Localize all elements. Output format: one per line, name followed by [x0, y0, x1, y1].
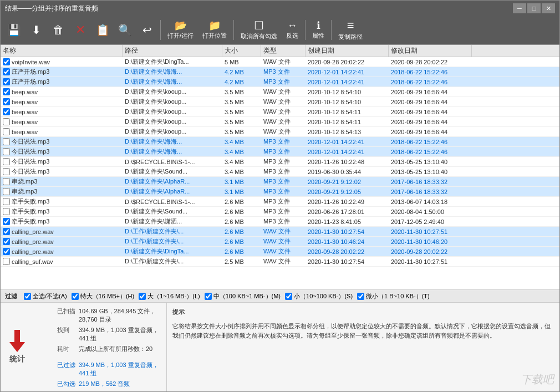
file-type-cell: MP3 文件 — [261, 77, 306, 86]
table-row[interactable]: beep.wavD:\新建文件夹\kooup...3.5 MBWAV 文件202… — [1, 97, 559, 107]
deselect-all-button[interactable]: ☐ 取消所有勾选 — [237, 18, 281, 42]
file-modified-cell: 2018-06-22 15:22:46 — [389, 77, 472, 86]
file-list-body[interactable]: voipInvite.wavD:\新建文件夹\DingTa...5 MBWAV … — [1, 57, 559, 289]
filter-medium-checkbox[interactable] — [205, 293, 212, 300]
file-created-cell: 2020-11-30 10:27:54 — [306, 227, 389, 236]
file-created-cell: 2020-09-28 20:02:22 — [306, 57, 389, 67]
deselect-all-icon: ☐ — [254, 20, 264, 31]
table-row[interactable]: beep.wavD:\新建文件夹\kooup...3.5 MBWAV 文件202… — [1, 117, 559, 127]
filter-huge[interactable]: 特大（16 MB+）(H) — [72, 292, 135, 301]
filter-all-checkbox[interactable] — [24, 293, 31, 300]
maximize-button[interactable]: □ — [527, 3, 541, 13]
search-button[interactable]: 🔍 — [115, 18, 135, 42]
file-row-checkbox[interactable] — [3, 238, 10, 245]
file-created-cell: 2020-12-01 14:22:41 — [306, 77, 389, 86]
header-modified: 修改日期 — [389, 45, 472, 57]
table-row[interactable]: calling_pre.wavD:\工作\新建文件夹\...2.6 MBWAV … — [1, 227, 559, 237]
file-size-cell: 4.2 MB — [222, 67, 261, 77]
open-run-button[interactable]: 📂 打开/运行 — [164, 18, 197, 42]
file-row-checkbox[interactable] — [3, 118, 10, 125]
table-row[interactable]: 今日说法.mp3D:\新建文件夹\海海...3.4 MBMP3 文件2020-1… — [1, 147, 559, 157]
file-row-checkbox[interactable] — [3, 98, 10, 105]
table-row[interactable]: 牵手失败.mp3D:\新建文件夹\潇洒...2.6 MBMP3 文件2020-1… — [1, 217, 559, 227]
file-row-checkbox[interactable] — [3, 208, 10, 215]
file-list-header: 名称 路径 大小 类型 创建日期 修改日期 — [1, 45, 559, 57]
filter-huge-checkbox[interactable] — [72, 293, 79, 300]
header-path: 路径 — [123, 45, 222, 57]
file-row-checkbox[interactable] — [3, 168, 10, 175]
file-row-checkbox[interactable] — [3, 198, 10, 205]
watermark: 下载吧 — [521, 370, 554, 388]
table-row[interactable]: 今日说法.mp3D:\$RECYCLE.BIN\S-1-...3.4 MBMP3… — [1, 157, 559, 167]
file-row-checkbox[interactable] — [3, 188, 10, 195]
table-row[interactable]: 牵手失败.mp3D:\新建文件夹\Sound...2.6 MBMP3 文件202… — [1, 207, 559, 217]
file-type-cell: WAV 文件 — [261, 57, 306, 67]
file-row-checkbox[interactable] — [3, 158, 10, 165]
table-row[interactable]: calling_pre.wavD:\工作\新建文件夹\...2.6 MBWAV … — [1, 237, 559, 247]
filter-tiny-checkbox[interactable] — [357, 293, 364, 300]
file-row-checkbox[interactable] — [3, 78, 10, 85]
filter-small-checkbox[interactable] — [285, 293, 292, 300]
copy-path-button[interactable]: ≡ 复制路径 — [335, 18, 366, 42]
open-location-button[interactable]: 📁 打开位置 — [199, 18, 230, 42]
refresh-button[interactable]: ↩ — [137, 18, 157, 42]
filter-small-label: 小（10~100 KB-）(S) — [294, 292, 353, 301]
save-button[interactable]: 💾 — [4, 18, 24, 42]
filter-medium[interactable]: 中（100 KB~1 MB-）(M) — [205, 292, 281, 301]
filter-large[interactable]: 大（1~16 MB-）(L) — [139, 292, 200, 301]
file-row-checkbox[interactable] — [3, 228, 10, 235]
file-row-checkbox[interactable] — [3, 258, 10, 265]
file-row-checkbox[interactable] — [3, 58, 10, 65]
reverse-icon: ↔ — [287, 21, 297, 30]
copy-file-button[interactable]: 📋 — [93, 18, 113, 42]
file-row-checkbox[interactable] — [3, 138, 10, 145]
file-path-cell: D:\新建文件夹\AlphaR... — [123, 187, 222, 196]
table-row[interactable]: 今日说法.mp3D:\新建文件夹\Sound...3.4 MBMP3 文件201… — [1, 167, 559, 177]
delete-button[interactable]: ✕ — [70, 18, 90, 42]
file-modified-cell: 2017-06-16 18:33:32 — [389, 177, 472, 186]
file-row-checkbox[interactable] — [3, 148, 10, 155]
minimize-button[interactable]: ─ — [513, 3, 526, 13]
table-row[interactable]: voipInvite.wavD:\新建文件夹\DingTa...5 MBWAV … — [1, 57, 559, 67]
file-row-checkbox[interactable] — [3, 108, 10, 115]
file-path-cell: D:\新建文件夹\AlphaR... — [123, 177, 222, 186]
table-row[interactable]: 串烧.mp3D:\新建文件夹\AlphaR...3.1 MBMP3 文件2020… — [1, 187, 559, 197]
file-row-checkbox[interactable] — [3, 128, 10, 135]
filter-large-checkbox[interactable] — [139, 293, 146, 300]
table-row[interactable]: 牵手失败.mp3D:\$RECYCLE.BIN\S-1-...2.6 MBMP3… — [1, 197, 559, 207]
recycle-button[interactable]: 🗑 — [48, 18, 68, 42]
filter-small[interactable]: 小（10~100 KB-）(S) — [285, 292, 353, 301]
file-created-cell: 2020-11-30 10:27:54 — [306, 257, 389, 266]
file-name-cell: 今日说法.mp3 — [1, 167, 123, 176]
filter-tiny[interactable]: 微小（1 B~10 KB-）(T) — [357, 292, 430, 301]
filter-all[interactable]: 全选/不选(A) — [24, 292, 67, 301]
file-row-checkbox[interactable] — [3, 248, 10, 255]
header-size: 大小 — [222, 45, 261, 57]
file-row-checkbox[interactable] — [3, 68, 10, 75]
table-row[interactable]: beep.wavD:\新建文件夹\kooup...3.5 MBWAV 文件202… — [1, 87, 559, 97]
reverse-button[interactable]: ↔ 反选 — [283, 18, 302, 42]
table-row[interactable]: calling_suf.wavD:\工作\新建文件夹\...2.5 MBWAV … — [1, 257, 559, 267]
file-path-cell: D:\新建文件夹\Sound... — [123, 167, 222, 176]
table-row[interactable]: 庄严开场.mp3D:\新建文件夹\海海...4.2 MBMP3 文件2020-1… — [1, 77, 559, 87]
table-row[interactable]: 串烧.mp3D:\新建文件夹\AlphaR...3.1 MBMP3 文件2020… — [1, 177, 559, 187]
file-size-cell: 3.5 MB — [222, 97, 261, 106]
table-row[interactable]: 庄严开场.mp3D:\新建文件夹\海海...4.2 MBMP3 文件2020-1… — [1, 67, 559, 77]
file-row-checkbox[interactable] — [3, 218, 10, 225]
file-size-cell: 3.5 MB — [222, 87, 261, 96]
table-row[interactable]: beep.wavD:\新建文件夹\kooup...3.5 MBWAV 文件202… — [1, 107, 559, 117]
close-button[interactable]: ✕ — [542, 3, 555, 13]
file-size-cell: 2.6 MB — [222, 217, 261, 226]
stats-filtered-label: 已过滤 — [57, 361, 77, 378]
table-row[interactable]: beep.wavD:\新建文件夹\kooup...3.5 MBWAV 文件202… — [1, 127, 559, 137]
table-row[interactable]: calling_pre.wavD:\新建文件夹\DingTa...2.6 MBW… — [1, 247, 559, 257]
file-row-checkbox[interactable] — [3, 88, 10, 95]
file-row-checkbox[interactable] — [3, 178, 10, 185]
file-size-cell: 3.5 MB — [222, 107, 261, 116]
file-name-text: 牵手失败.mp3 — [12, 217, 49, 226]
download-button[interactable]: ⬇ — [26, 18, 46, 42]
properties-button[interactable]: ℹ 属性 — [309, 18, 328, 42]
table-row[interactable]: 今日说法.mp3D:\新建文件夹\海海...3.4 MBMP3 文件2020-1… — [1, 137, 559, 147]
file-path-cell: D:\新建文件夹\DingTa... — [123, 57, 222, 67]
file-path-cell: D:\新建文件夹\DingTa... — [123, 247, 222, 256]
